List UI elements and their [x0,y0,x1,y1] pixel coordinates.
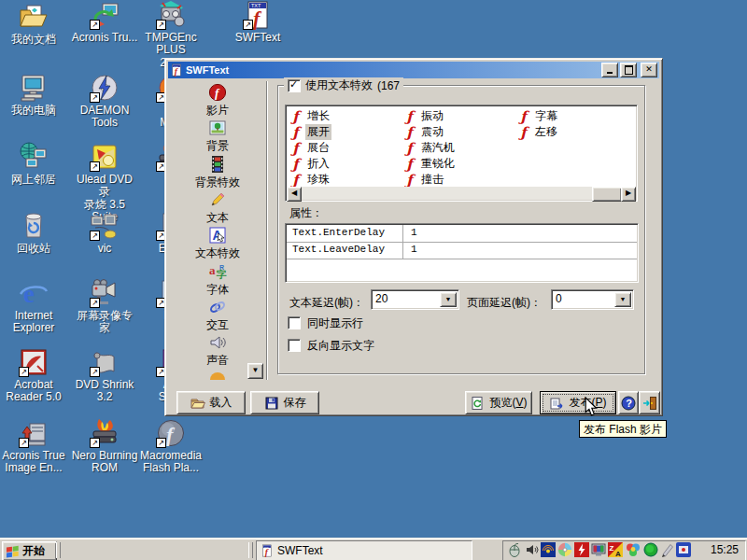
scroll-right-arrow[interactable]: ▶ [621,187,636,202]
exit-button[interactable] [639,391,660,414]
chevron-down-icon[interactable]: ▼ [440,292,457,307]
preview-button[interactable]: 预览(V) [465,391,532,414]
swftext-icon [261,544,274,557]
help-button[interactable] [618,391,639,414]
property-value[interactable]: 1 [403,242,417,259]
desktop-icon-screen-recorder[interactable]: 屏幕录像专 家 [71,278,138,335]
tray-volume-icon[interactable] [525,542,540,557]
chevron-down-icon[interactable]: ▼ [614,292,631,307]
minimize-button[interactable] [601,63,618,77]
tray-zonealarm-icon[interactable] [608,542,623,557]
vic-icon [90,211,120,241]
taskbar-button-swftext[interactable]: SWFText [256,540,472,560]
desktop-icon-label: Acrobat Reader 5.0 [0,379,67,404]
flash-effect-icon: ƒ [290,142,301,155]
scrollbar-thumb[interactable] [592,187,622,202]
tray-cd-icon[interactable] [557,542,572,557]
sidebar-scroll-down-button[interactable]: ▼ [247,363,263,379]
shortcut-arrow-icon [243,20,253,30]
effect-item[interactable]: ƒ撞击 [404,172,445,188]
effect-item[interactable]: ƒ增长 [290,108,331,124]
sidebar-item-font[interactable]: 字体 [171,262,264,298]
tray-daemon-tools-icon[interactable] [574,542,589,557]
desktop-icon-nero[interactable]: Nero Burning ROM [71,418,138,475]
reverse-text-checkbox[interactable] [288,339,301,352]
toolbar-handle[interactable] [56,542,61,558]
scroll-left-arrow[interactable]: ◀ [287,187,302,202]
mouse-cursor-icon [585,397,598,420]
save-button[interactable]: 保存 [250,391,319,414]
show-lines-simultaneously-option[interactable]: 同时显示行 [288,316,363,329]
maximize-button[interactable] [620,63,637,77]
sound-icon [208,333,227,352]
desktop-icon-acronis-shortcut[interactable]: Acronis Tru... [71,0,138,44]
desktop-icon-acronis-true-image[interactable]: Acronis True Image En... [0,418,67,475]
load-button[interactable]: 载入 [176,391,246,414]
toolbar-handle[interactable] [248,542,253,558]
windows-logo-icon [6,544,20,558]
tooltip: 发布 Flash 影片 [579,420,667,438]
desktop-icon-internet-explorer[interactable]: Internet Explorer [0,278,67,335]
sidebar-item-background[interactable]: 背景 [171,119,264,154]
tray-pen-icon[interactable] [660,542,675,557]
sidebar-item-text-effect[interactable]: 文本特效 [171,226,264,261]
shortcut-arrow-icon [90,438,100,448]
desktop-icon-vic[interactable]: vic [71,211,138,255]
desktop-icon-recycle-bin[interactable]: 回收站 [0,211,67,255]
property-value[interactable]: 1 [403,225,417,242]
effect-item[interactable]: ƒ珍珠 [290,172,331,188]
effect-item[interactable]: ƒ振动 [404,108,445,124]
title-bar[interactable]: SWFText ✕ [168,62,659,78]
reverse-text-option[interactable]: 反向显示文字 [288,339,374,352]
start-button[interactable]: 开始 [2,541,57,560]
desktop-icon-acrobat-reader[interactable]: Acrobat Reader 5.0 [0,347,67,404]
publish-button[interactable]: 发布(P) [540,391,616,414]
flash-effect-icon: ƒ [404,126,415,139]
desktop-icon-my-computer[interactable]: 我的电脑 [0,73,67,117]
category-sidebar: 影片 背景 背景特效 文本 文本特效 字体 交互 声音 [171,81,265,380]
effect-item-selected[interactable]: ƒ展开 [290,124,331,140]
floppy-disk-icon [264,396,279,411]
effect-item[interactable]: ƒ字幕 [518,108,559,124]
effect-item[interactable]: ƒ蒸汽机 [404,140,457,156]
property-row[interactable]: Text.LeaveDelay 1 [287,242,637,259]
taskbar-clock[interactable]: 15:25 [711,543,739,556]
desktop-icon-network-places[interactable]: 网上邻居 [0,142,67,186]
use-text-effects-checkbox[interactable] [288,79,301,92]
tray-mouse-icon[interactable] [507,542,522,557]
sidebar-item-interaction[interactable]: 交互 [171,298,264,333]
tray-display-icon[interactable] [591,542,606,557]
internet-explorer-icon [19,278,49,308]
shortcut-arrow-icon [90,20,100,30]
sidebar-item-background-effect[interactable]: 背景特效 [171,155,264,190]
shortcut-arrow-icon [19,438,29,448]
desktop-icon-dvd-shrink[interactable]: DVD Shrink 3.2 [71,347,138,404]
acrobat-reader-icon [19,347,49,377]
desktop-icon-my-documents[interactable]: 我的文档 [0,2,67,46]
desktop-icon-swftext[interactable]: SWFText [224,0,291,44]
tray-wireless-signal-icon[interactable] [541,542,556,557]
tray-media-colors-icon[interactable] [626,542,641,557]
window-icon [170,63,183,77]
tray-green-status-icon[interactable] [643,542,658,557]
effects-horizontal-scrollbar[interactable]: ◀ ▶ [287,187,636,200]
text-delay-combobox[interactable]: 20 ▼ [371,289,459,310]
close-button[interactable]: ✕ [641,63,657,77]
desktop-icon-daemon-tools[interactable]: DAEMON Tools [71,73,138,130]
effect-item[interactable]: ƒ震动 [404,124,445,140]
sidebar-item-movie[interactable]: 影片 [171,83,264,119]
sidebar-item-text[interactable]: 文本 [171,190,264,226]
desktop-icon-label: Acronis Tru... [71,32,138,44]
tray-input-method-icon[interactable] [676,542,691,557]
effect-item[interactable]: ƒ左移 [518,124,559,140]
desktop-icon-flash-player[interactable]: Macromedia Flash Pla... [137,418,204,475]
effect-item[interactable]: ƒ折入 [290,156,331,172]
property-row[interactable]: Text.EnterDelay 1 [287,225,637,243]
flash-effect-icon: ƒ [404,110,415,123]
effect-item[interactable]: ƒ重锐化 [404,156,457,172]
page-delay-label: 页面延迟(帧)： [467,295,542,311]
effect-item[interactable]: ƒ展台 [290,140,331,156]
page-delay-combobox[interactable]: 0 ▼ [551,289,634,310]
show-lines-simultaneously-checkbox[interactable] [288,316,301,329]
swftext-icon [243,0,273,30]
